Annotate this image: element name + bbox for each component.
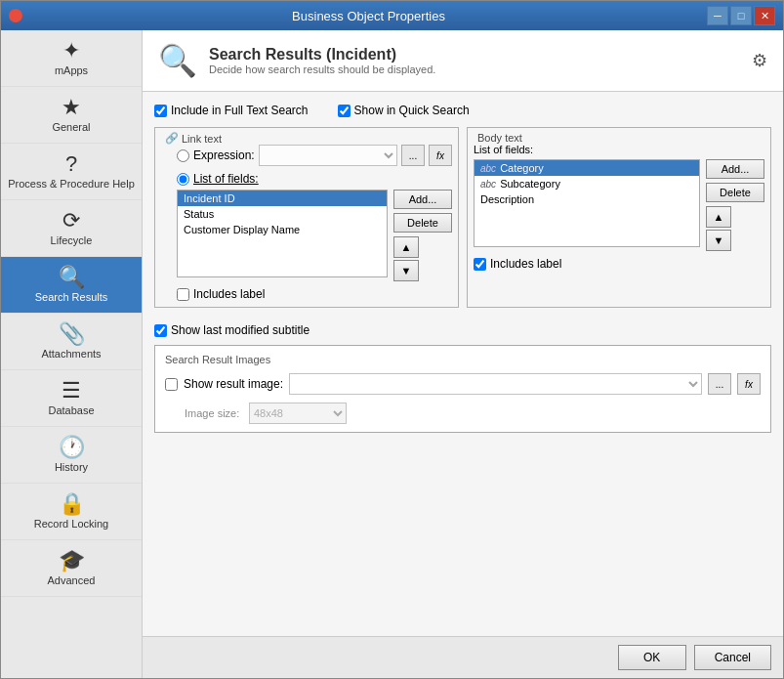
list-item[interactable]: Description	[475, 191, 699, 207]
link-arrow-buttons: ▲ ▼	[393, 236, 452, 281]
list-fields-radio[interactable]	[177, 173, 189, 186]
sidebar-item-mapps-label: mApps	[55, 64, 88, 76]
sidebar-item-general[interactable]: ★ General	[1, 87, 142, 144]
field-category: Category	[500, 162, 544, 174]
show-modified-checkbox[interactable]	[154, 324, 167, 337]
field-description: Description	[480, 193, 534, 205]
list-item[interactable]: abc Subcategory	[475, 176, 699, 191]
footer: OK Cancel	[143, 636, 783, 678]
sidebar-item-search-results[interactable]: 🔍 Search Results	[1, 257, 142, 314]
panel-subtitle: Decide how search results should be disp…	[209, 64, 435, 75]
link-fields-section: Incident ID Status Customer Display Name	[177, 190, 452, 281]
sidebar-item-process[interactable]: ? Process & Procedure Help	[1, 144, 142, 200]
expression-dots-button[interactable]: ...	[401, 145, 425, 166]
list-item[interactable]: Customer Display Name	[178, 222, 387, 237]
list-item[interactable]: Incident ID	[178, 191, 387, 206]
body-delete-button[interactable]: Delete	[706, 183, 764, 202]
abc-badge: abc	[480, 179, 496, 190]
ok-button[interactable]: OK	[618, 645, 686, 670]
body-includes-checkbox[interactable]	[474, 258, 486, 271]
body-text-group: Body text List of fields: abc Category a…	[467, 127, 771, 308]
body-down-button[interactable]: ▼	[706, 230, 731, 251]
field-subcategory: Subcategory	[500, 178, 560, 190]
link-text-legend: 🔗 Link text	[161, 132, 452, 145]
app-icon	[9, 9, 22, 22]
field-incident-id: Incident ID	[184, 192, 235, 204]
link-up-button[interactable]: ▲	[393, 236, 419, 258]
expression-select[interactable]	[259, 145, 397, 166]
sidebar-item-advanced[interactable]: 🎓 Advanced	[1, 540, 142, 597]
panel-body: Include in Full Text Search Show in Quic…	[143, 92, 783, 636]
link-fields-list[interactable]: Incident ID Status Customer Display Name	[177, 190, 388, 277]
link-includes-checkbox[interactable]	[177, 288, 189, 301]
mapps-icon: ✦	[62, 40, 80, 62]
panel-header-icon: 🔍	[158, 42, 197, 79]
sidebar-item-attachments[interactable]: 📎 Attachments	[1, 314, 142, 370]
body-up-button[interactable]: ▲	[706, 206, 731, 228]
show-image-checkbox[interactable]	[165, 378, 178, 391]
link-text-group: 🔗 Link text Expression: ... fx	[154, 127, 459, 308]
include-full-text-text: Include in Full Text Search	[171, 104, 309, 117]
size-label: Image size:	[185, 407, 243, 419]
abc-badge: abc	[480, 163, 496, 174]
expression-fx-button[interactable]: fx	[429, 145, 452, 166]
image-dots-button[interactable]: ...	[708, 373, 731, 395]
advanced-icon: 🎓	[59, 550, 85, 572]
include-full-text-checkbox[interactable]	[154, 105, 167, 117]
list-item[interactable]: Status	[178, 206, 387, 222]
title-bar: Business Object Properties ─ □ ✕	[1, 1, 783, 30]
image-select[interactable]	[289, 373, 702, 395]
sidebar-item-attachments-label: Attachments	[41, 348, 101, 360]
link-delete-button[interactable]: Delete	[393, 213, 452, 233]
sidebar-item-database[interactable]: ☰ Database	[1, 370, 142, 427]
link-icon: 🔗	[165, 132, 179, 145]
body-fields-row: abc Category abc Subcategory Description	[474, 159, 764, 251]
link-text-title: Link text	[182, 133, 222, 145]
list-item[interactable]: abc Category	[475, 160, 699, 176]
link-down-button[interactable]: ▼	[393, 260, 419, 281]
image-fx-button[interactable]: fx	[737, 373, 761, 395]
search-images-section: Search Result Images Show result image: …	[154, 345, 771, 433]
show-modified-label[interactable]: Show last modified subtitle	[171, 323, 309, 337]
body-text-title: Body text	[477, 132, 522, 144]
body-add-button[interactable]: Add...	[706, 159, 764, 179]
minimize-button[interactable]: ─	[707, 6, 728, 25]
body-text-legend: Body text	[474, 132, 764, 144]
lifecycle-icon: ⟳	[62, 210, 80, 232]
link-list-buttons: Add... Delete ▲ ▼	[393, 190, 452, 281]
body-includes-label[interactable]: Includes label	[490, 257, 561, 271]
link-add-button[interactable]: Add...	[393, 190, 452, 209]
sidebar-item-record-locking[interactable]: 🔒 Record Locking	[1, 484, 142, 540]
image-row: Show result image: ... fx	[165, 373, 761, 395]
sidebar-item-process-label: Process & Procedure Help	[8, 178, 135, 190]
main-content: ✦ mApps ★ General ? Process & Procedure …	[1, 30, 783, 678]
sidebar-item-mapps[interactable]: ✦ mApps	[1, 30, 142, 87]
expression-radio[interactable]	[177, 149, 189, 162]
include-full-text-label[interactable]: Include in Full Text Search	[154, 104, 309, 117]
sidebar-item-lifecycle[interactable]: ⟳ Lifecycle	[1, 200, 142, 257]
process-icon: ?	[65, 153, 77, 175]
list-fields-label[interactable]: List of fields:	[193, 172, 259, 186]
sidebar-item-advanced-label: Advanced	[48, 574, 96, 586]
panel-header: 🔍 Search Results (Incident) Decide how s…	[143, 30, 783, 92]
link-includes-label[interactable]: Includes label	[193, 287, 265, 301]
expression-label[interactable]: Expression:	[193, 149, 255, 162]
gear-icon[interactable]: ⚙	[752, 50, 767, 71]
sidebar-item-history[interactable]: 🕐 History	[1, 427, 142, 484]
attachments-icon: 📎	[59, 323, 85, 345]
sidebar-item-general-label: General	[52, 121, 90, 133]
list-fields-radio-row: List of fields:	[177, 172, 452, 186]
body-fields-list[interactable]: abc Category abc Subcategory Description	[474, 159, 700, 247]
general-icon: ★	[62, 97, 81, 118]
field-customer-display: Customer Display Name	[184, 224, 300, 235]
panel-title: Search Results (Incident)	[209, 46, 435, 64]
restore-button[interactable]: □	[730, 6, 752, 25]
cancel-button[interactable]: Cancel	[694, 645, 771, 670]
show-quick-search-checkbox[interactable]	[338, 105, 351, 117]
window-controls: ─ □ ✕	[707, 6, 775, 25]
show-modified-row: Show last modified subtitle	[154, 323, 771, 337]
size-select[interactable]: 48x48	[249, 403, 347, 424]
close-button[interactable]: ✕	[754, 6, 775, 25]
show-image-label[interactable]: Show result image:	[184, 377, 283, 391]
show-quick-search-label[interactable]: Show in Quick Search	[338, 104, 470, 117]
